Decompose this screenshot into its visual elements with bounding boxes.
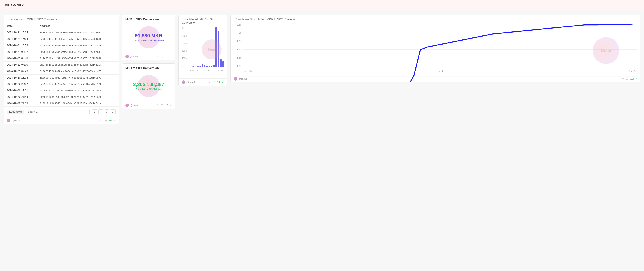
cy-1.6b: 1.6b <box>234 48 241 51</box>
table-row: 2024-10-21 04:09 0x97ec4001ad1d2a1fbb581… <box>4 62 119 68</box>
bar <box>206 66 208 67</box>
page-header: MKR -> SKY <box>0 0 644 10</box>
next-page-button[interactable]: › <box>104 109 109 114</box>
tx-date: 2024-10-21 13:53 <box>4 42 36 49</box>
cumulative-sky-body: 2.2b 2b 1.8b 1.6b 1.4b 1.2b <box>230 22 640 75</box>
tx-address: 0x764510ab1d39cf300e7abe8f5b8977d18f2906… <box>36 94 119 100</box>
mkr-top-footer: @seoul ↻ ⊡ 10h ✓ <box>122 53 175 60</box>
y-label-1b: 1b <box>182 27 190 30</box>
search-input[interactable] <box>26 109 90 114</box>
sky-minted-avatar <box>182 80 185 84</box>
tx-address: 0x90ef47b58111d0edfde3ecadceedf53eec9b1b… <box>36 36 119 42</box>
sky-minted-header: SKY Minted MKR to SKY Conversion <box>179 15 227 25</box>
tx-address: 0x89d8cb1f8548cc5b03defe7291140aca647464… <box>36 100 119 107</box>
sky-minted-body: 1b 800m 600m 400m 200m 0 Dune Sep 17th S… <box>179 25 227 78</box>
cx-oct21: Oct 21st <box>629 70 637 72</box>
y-label-0: 0 <box>182 65 190 67</box>
tx-date: 2024-10-21 14:34 <box>4 36 36 42</box>
transactions-subtitle: MKR to SKY Conversion <box>27 17 58 21</box>
col-address: Address <box>36 23 119 29</box>
mkr-bottom-refresh-icon[interactable]: ↻ <box>156 104 159 107</box>
bar <box>190 67 192 67</box>
cumulative-avatar <box>234 77 237 80</box>
transactions-title: Transactions <box>8 17 25 21</box>
mkr-top-refresh-icon[interactable]: ↻ <box>156 55 159 58</box>
cumulative-svg <box>243 23 637 82</box>
cx-oct5: Oct 5th <box>437 70 444 72</box>
cx-sep19: Sep 19th <box>243 70 252 72</box>
table-row: 2024-10-20 22:31 0xd4e161f0f1e6872fb1e3d… <box>4 87 119 94</box>
table-row: 2024-10-21 08:48 0x764510ab1d39cf300e7ab… <box>4 55 119 62</box>
table-row: 2024-10-21 15:34 0x8e07e61216629d0fe9e8d… <box>4 29 119 36</box>
first-page-button[interactable]: « <box>92 109 98 114</box>
mkr-top-actions: ↻ ⊡ 10h ✓ <box>156 55 172 58</box>
x-label-sep30: Sep 30th <box>204 69 212 72</box>
refresh-icon[interactable]: ↻ <box>100 119 102 122</box>
cy-1.4b: 1.4b <box>234 57 241 59</box>
cumulative-sky-header: Cumulative SKY Minted MKR to SKY Convers… <box>230 15 640 22</box>
tx-date: 2024-10-20 23:37 <box>4 81 36 87</box>
mkr-top-avatar <box>126 55 129 58</box>
bar <box>197 66 198 67</box>
mkr-top-title: MKR to SKY Conversion <box>122 15 175 22</box>
main-content: Transactions MKR to SKY Conversion Date … <box>0 10 644 129</box>
tx-date: 2024-10-21 09:17 <box>4 49 36 55</box>
mkr-top-camera-icon[interactable]: ⊡ <box>161 55 163 58</box>
table-row: 2024-10-20 23:37 0xa53a13a80d72a855481de… <box>4 81 119 87</box>
tx-date: 2024-10-20 21:44 <box>4 94 36 100</box>
tx-address: 0xf081470f5c6fbccf48cc4e5b82dd926409dcdd… <box>36 68 119 74</box>
bar <box>211 66 212 67</box>
mkr-conversion-bottom-card: MKR to SKY Conversion 2,205,108,387 Cumu… <box>122 63 175 109</box>
y-label-200m: 200m <box>182 57 190 60</box>
cumulative-sky-card: Cumulative SKY Minted MKR to SKY Convers… <box>230 15 640 82</box>
mkr-bottom-title: MKR to SKY Conversion <box>122 64 175 70</box>
tx-date: 2024-10-21 15:34 <box>4 29 36 36</box>
user-avatar <box>7 119 10 122</box>
tx-date: 2024-10-21 02:49 <box>4 68 36 74</box>
y-label-600m: 600m <box>182 42 190 45</box>
mkr-bottom-value: 2,205,108,387 <box>133 82 164 87</box>
sky-minted-card: SKY Minted MKR to SKY Conversion 1b 800m… <box>178 15 227 86</box>
sky-x-labels: Sep 17th Sep 30th Oct 21s <box>190 69 224 72</box>
table-row: 2024-10-21 09:17 0x9008d19f58aabd9ed0d60… <box>4 49 119 55</box>
tx-date: 2024-10-21 04:09 <box>4 62 36 68</box>
prev-page-button[interactable]: ‹ <box>98 109 103 114</box>
table-row: 2024-10-21 13:53 0xcd40532686b94abc88b06… <box>4 42 119 49</box>
bar <box>218 31 219 67</box>
sky-refresh-icon[interactable]: ↻ <box>208 80 210 84</box>
mkr-top-label: Cumulative MKR Converted <box>134 39 164 42</box>
tx-address: 0x8e07e61216629d0fe9e8d0334da6ac41a8d11b… <box>36 29 119 36</box>
bar <box>202 64 203 67</box>
tx-date: 2024-10-20 21:33 <box>4 100 36 107</box>
transactions-header: Transactions MKR to SKY Conversion <box>4 15 119 23</box>
sky-minted-username: @seoul <box>186 81 194 83</box>
transactions-table-wrap: Date Address 2024-10-21 15:34 0x8e07e612… <box>4 23 119 107</box>
sky-y-labels: 1b 800m 600m 400m 200m 0 <box>182 27 190 67</box>
mkr-bottom-user: @seoul <box>126 104 138 107</box>
mkr-bottom-actions: ↻ ⊡ 10h ✓ <box>156 104 172 107</box>
svg-rect-0 <box>243 23 637 82</box>
cumulative-x-labels: Sep 19th Oct 5th Oct 21st <box>243 70 637 72</box>
mkr-top-body: 91,880 MKR Cumulative MKR Converted <box>122 22 175 53</box>
bar-chart-inner <box>190 27 224 67</box>
table-row: 2024-10-20 21:44 0x764510ab1d39cf300e7ab… <box>4 94 119 100</box>
bar <box>222 61 224 67</box>
mkr-top-value: 91,880 MKR <box>135 33 162 38</box>
mkr-bottom-footer: @seoul ↻ ⊡ 10h ✓ <box>122 102 175 109</box>
row-count: 1,083 rows <box>7 110 24 114</box>
tx-address: 0x96defa073cd97eb0844fe2eb300c17612d1ed8… <box>36 74 119 81</box>
bar <box>192 66 194 67</box>
sky-minted-user: @seoul <box>182 80 194 84</box>
sky-minted-title: SKY Minted <box>183 17 198 21</box>
camera-icon[interactable]: ⊡ <box>104 119 107 122</box>
table-row: 2024-10-20 21:33 0x89d8cb1f8548cc5b03def… <box>4 100 119 107</box>
transactions-panel: Transactions MKR to SKY Conversion Date … <box>4 15 119 124</box>
last-page-button[interactable]: » <box>110 109 116 114</box>
mkr-bottom-label: Cumulative SKY Minted <box>136 88 162 91</box>
cy-1.8b: 1.8b <box>234 40 241 42</box>
y-label-400m: 400m <box>182 50 190 52</box>
sky-minted-chart: 1b 800m 600m 400m 200m 0 Dune Sep 17th S… <box>182 27 224 72</box>
mkr-bottom-camera-icon[interactable]: ⊡ <box>161 104 163 107</box>
cumulative-sky-title: Cumulative SKY Minted <box>234 17 265 21</box>
sky-camera-icon[interactable]: ⊡ <box>213 80 215 84</box>
